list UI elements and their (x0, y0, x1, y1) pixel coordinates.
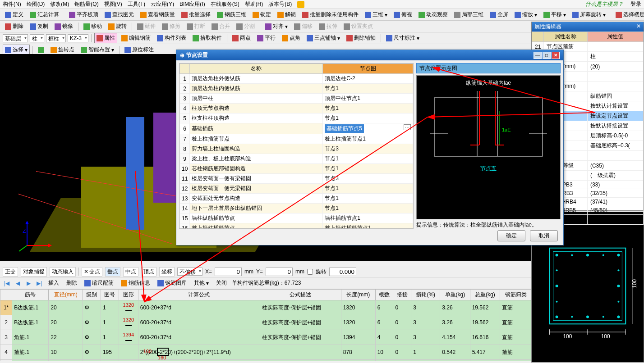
batch-select-button[interactable]: 批量选择 (179, 9, 213, 20)
rebar-formula[interactable]: 2*(((200-2*20-2*d-22)/4*2+ (138, 360, 260, 362)
rebar-desc[interactable] (260, 345, 341, 360)
rebar-shape[interactable]: 1394 (119, 330, 138, 345)
row-index[interactable]: 4 (0, 345, 12, 360)
fullscreen-button[interactable]: 全屏 (488, 9, 511, 20)
dimension-button[interactable]: 尺寸标注 ▾ (384, 33, 422, 43)
rebar-cat[interactable]: 直筋 (500, 330, 532, 345)
rebar-level[interactable]: Φ (83, 315, 101, 330)
rebar-lib-button[interactable]: 钢筋图库 (155, 278, 189, 288)
view-3d-button[interactable]: 三维 ▾ (363, 9, 390, 20)
prop-value[interactable]: 柱 (587, 52, 643, 62)
rebar-tw[interactable]: 19.562 (470, 315, 500, 330)
rebar-shape[interactable]: 1320 (119, 300, 138, 315)
delete-axis-button[interactable]: 删除辅轴 (344, 33, 378, 43)
row-index[interactable]: 1* (0, 300, 12, 315)
rebar-loss[interactable]: 3 (411, 315, 440, 330)
menu-modify[interactable]: 修改(M) (50, 0, 69, 8)
select-button[interactable]: 选择 ▾ (3, 45, 30, 55)
node-name-cell[interactable]: 基础插筋 (190, 123, 323, 134)
rebar-uw[interactable]: 3.26 (440, 315, 470, 330)
member-combo[interactable]: KZ-3 (68, 34, 88, 42)
prop-value[interactable]: 按默认计算设置 (587, 101, 643, 111)
rebar-len[interactable]: 1320 (341, 300, 375, 315)
nav-prev[interactable]: ◀ (14, 280, 22, 286)
menu-component[interactable]: 构件(N) (3, 0, 21, 8)
prop-value[interactable] (587, 82, 643, 91)
rebar-name[interactable]: 箍筋.1 (12, 345, 49, 360)
prop-value[interactable] (587, 42, 643, 52)
rebar-formula[interactable]: 600-20+37*d (138, 315, 260, 330)
rebar-shape[interactable]: 160160 (119, 345, 138, 360)
x-input[interactable] (215, 268, 242, 276)
rebar-num[interactable]: 4 (375, 330, 393, 345)
menu-tools[interactable]: 工具(T) (128, 0, 145, 8)
prop-value[interactable] (587, 72, 643, 82)
rebar-lap[interactable]: 0 (393, 315, 411, 330)
type-combo[interactable]: 框柱 (46, 34, 66, 42)
menu-bim[interactable]: BIM应用(I) (179, 0, 205, 8)
ok-button[interactable]: 确定 (497, 230, 525, 241)
rebar-tw[interactable]: 16.616 (470, 330, 500, 345)
cancel-button[interactable]: 取消 (530, 230, 558, 241)
zoom-button[interactable]: 缩放 ▾ (512, 9, 539, 20)
edit-rebar-button[interactable]: 编辑钢筋 (119, 33, 153, 43)
rebar-uw[interactable]: 4.154 (440, 330, 470, 345)
insert-row-button[interactable]: 插入 (46, 278, 61, 288)
prop-value[interactable]: (20) (587, 62, 643, 72)
rebar-len[interactable]: 1394 (341, 330, 375, 345)
rebar-dia[interactable]: 20 (49, 300, 83, 315)
smart-layout-button[interactable]: 智能布置 ▾ (78, 45, 116, 55)
node-val-cell[interactable]: 节点3 (323, 144, 413, 154)
node-name-cell[interactable]: 芯柱钢筋底部锚固构造 (190, 164, 323, 174)
copy-button[interactable]: 复制 (28, 21, 51, 32)
rebar-lap[interactable]: 0 (393, 330, 411, 345)
node-val-cell[interactable]: 桩上墙柱插筋节点1 (323, 223, 413, 229)
coord-snap[interactable]: 坐标 (159, 267, 175, 277)
osnap-toggle[interactable]: 对象捕捉 (21, 267, 47, 277)
rebar-cat[interactable]: 箍筋 (500, 345, 532, 360)
rebar-lap[interactable]: 0 (393, 300, 411, 315)
close-button[interactable]: ✕ (552, 52, 560, 59)
perp-snap[interactable]: 垂点 (105, 267, 120, 277)
prop-value[interactable]: (一级抗震) (587, 171, 643, 181)
rebar-fig[interactable]: 1 (101, 330, 119, 345)
rebar-loss[interactable]: 1 (411, 345, 440, 360)
node-val-cell[interactable]: 节点1 (323, 194, 413, 204)
nav-first[interactable]: |◀ (3, 280, 11, 286)
node-val-cell[interactable]: 节点1 (323, 84, 413, 94)
menu-cloud[interactable]: 云应用(Y) (151, 0, 174, 8)
rotate-point-button[interactable]: 旋转点 (48, 45, 77, 55)
rebar-info-button[interactable]: 钢筋信息 (119, 278, 152, 288)
menu-draw[interactable]: 绘图(D) (27, 0, 45, 8)
node-name-cell[interactable]: 框支柱柱顶构造 (190, 113, 323, 123)
rotate-check[interactable] (307, 269, 313, 275)
rebar-header[interactable]: 搭接 (393, 290, 411, 300)
rebar-header[interactable]: 损耗(%) (411, 290, 440, 300)
rebar-uw[interactable]: 0.542 (440, 345, 470, 360)
offset-combo[interactable]: 不偏移 (177, 268, 202, 276)
rebar-cat[interactable]: 直筋 (500, 300, 532, 315)
rebar-dia[interactable]: 20 (49, 315, 83, 330)
node-name-cell[interactable]: 剪力墙上柱锚固构造 (190, 144, 323, 154)
rebar-header[interactable]: 公式描述 (260, 290, 341, 300)
rebar-header[interactable]: 级别 (83, 290, 101, 300)
batch-delete-button[interactable]: 批量删除未使用构件 (300, 9, 361, 20)
rebar-3d-button[interactable]: 钢筋三维 (215, 9, 248, 20)
node-name-cell[interactable]: 顶层中柱 (190, 94, 323, 104)
select-floor-button[interactable]: 选择楼层 ▾ (613, 9, 644, 20)
shrink-button[interactable]: 缩尺配筋 (82, 278, 116, 288)
node-val-cell[interactable]: 顶层中柱节点1 (323, 94, 413, 104)
node-name-cell[interactable]: 桩上墙柱插筋节点 (190, 223, 323, 229)
rebar-num[interactable]: 6 (375, 315, 393, 330)
rebar-header[interactable]: 计算公式 (138, 290, 260, 300)
node-name-cell[interactable]: 顶层边角柱内侧纵筋 (190, 84, 323, 94)
node-val-cell[interactable]: 节点1 (323, 113, 413, 123)
rebar-loss[interactable]: 3 (411, 330, 440, 345)
view-rebar-button[interactable]: 查看钢筋量 (138, 9, 177, 20)
rebar-tw[interactable]: 19.562 (470, 300, 500, 315)
prop-value[interactable] (587, 151, 643, 161)
rebar-level[interactable]: Φ (83, 330, 101, 345)
rebar-lap[interactable]: 0 (393, 345, 411, 360)
close-panel-button[interactable]: 关闭 (214, 278, 229, 288)
intersection-snap[interactable]: ✕ 交点 (82, 267, 102, 277)
